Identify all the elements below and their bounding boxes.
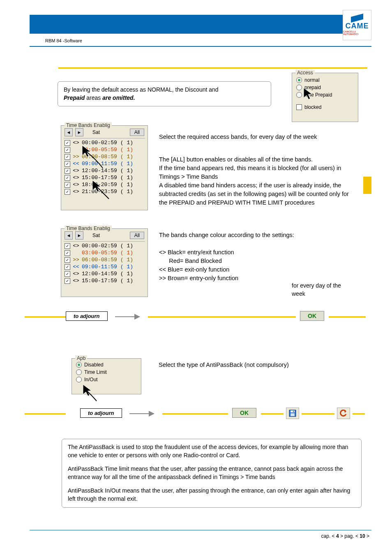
time-range: 12:00-14:59 xyxy=(82,271,117,277)
logo-text: CAME xyxy=(346,22,369,30)
footer-chapter: 4 xyxy=(336,533,339,539)
time-band-row[interactable]: ✓>>06:00-08:59 ( 1) xyxy=(61,153,148,160)
time-band-row[interactable]: ✓<>21:00-23:59 ( 1) xyxy=(61,188,148,195)
time-bands-title: Time Bands Enablig xyxy=(65,122,112,128)
undo-button[interactable] xyxy=(337,408,350,419)
time-band-row[interactable]: ✓<>12:00-14:59 ( 1) xyxy=(61,167,148,174)
time-band-row[interactable]: ✓<<09:00-11:59 ( 1) xyxy=(61,263,148,270)
time-band-row[interactable]: ✓<<09:00-11:59 ( 1) xyxy=(61,160,148,167)
header-bar xyxy=(30,15,371,34)
time-band-row[interactable]: ✓03:00-05:59 ( 1) xyxy=(61,146,148,153)
doc-label: RBM 84 -Software xyxy=(45,38,82,43)
info-line1: By leaving the default access as NORMAL,… xyxy=(64,86,219,93)
time-band-row[interactable]: ✓<>00:00-02:59 ( 1) xyxy=(61,242,148,249)
side-note: for every day of the week xyxy=(292,282,341,298)
prev-day-button[interactable]: ◄ xyxy=(65,231,73,240)
time-band-row[interactable]: ✓03:00-05:59 ( 1) xyxy=(61,249,148,256)
time-band-row[interactable]: ✓>>06:00-08:59 ( 1) xyxy=(61,256,148,263)
time-band-row[interactable]: ✓<>18:00-20:59 ( 1) xyxy=(61,181,148,188)
checkbox-icon: ✓ xyxy=(65,182,70,188)
access-option-normal[interactable]: normal xyxy=(292,76,358,84)
time-band-count: ( 1) xyxy=(120,147,133,153)
apb-group-title: Apb xyxy=(75,355,87,361)
radio-icon xyxy=(76,362,82,368)
time-bands-title: Time Bands Enablig xyxy=(65,226,112,231)
apb-heading: Select the type of AntiPassBack (not com… xyxy=(159,361,344,369)
time-band-count: ( 1) xyxy=(120,264,133,270)
section-divider xyxy=(261,413,284,415)
section-divider xyxy=(148,316,296,318)
radio-icon xyxy=(296,77,302,83)
time-band-count: ( 1) xyxy=(120,250,133,256)
ok-button[interactable]: OK xyxy=(300,311,324,321)
access-option-label: prepaid xyxy=(304,85,321,90)
ok-button[interactable]: OK xyxy=(232,408,256,418)
apb-option-timelimit[interactable]: Time Limit xyxy=(72,368,141,376)
side-tab-icon xyxy=(363,177,371,194)
info-line2c: are omitted. xyxy=(102,94,135,101)
time-band-row[interactable]: ✓<>12:00-14:59 ( 1) xyxy=(61,270,148,277)
access-option-prepaid[interactable]: prepaid xyxy=(292,84,358,91)
time-band-count: ( 1) xyxy=(120,271,133,277)
next-day-button[interactable]: ► xyxy=(75,231,83,240)
time-band-count: ( 1) xyxy=(120,154,133,160)
apb-option-disabled[interactable]: Disabled xyxy=(72,361,141,368)
checkbox-icon: ✓ xyxy=(65,250,70,256)
checkbox-icon: ✓ xyxy=(65,168,70,174)
time-range: 06:00-08:59 xyxy=(82,154,117,160)
save-button[interactable] xyxy=(286,408,299,419)
section-divider xyxy=(58,67,367,69)
legend-brown: >> Brown= entry-only function xyxy=(159,274,295,283)
time-band-row[interactable]: ✓<>15:00-17:59 ( 1) xyxy=(61,277,148,284)
direction-symbol: <> xyxy=(72,243,80,249)
next-day-button[interactable]: ► xyxy=(75,128,83,136)
time-range: 03:00-05:59 xyxy=(82,250,117,256)
time-range: 00:00-02:59 xyxy=(82,243,117,249)
apb-option-label: Time Limit xyxy=(84,369,107,375)
checkbox-icon: ✓ xyxy=(65,154,70,160)
checkbox-icon: ✓ xyxy=(65,189,70,195)
info-line2a: Prepaid xyxy=(64,94,85,101)
checkbox-icon xyxy=(296,104,302,110)
radio-icon xyxy=(76,377,82,382)
direction-symbol: >> xyxy=(72,257,80,263)
timebands-detail-text: The [ALL] button enables or disables all… xyxy=(159,155,356,207)
access-option-time-prepaid[interactable]: time Prepaid xyxy=(292,91,358,99)
section-divider xyxy=(25,413,66,415)
arrow-icon xyxy=(115,316,140,317)
radio-icon xyxy=(296,85,302,90)
time-band-count: ( 1) xyxy=(120,278,133,284)
access-blocked-checkbox[interactable]: blocked xyxy=(292,104,358,111)
apb-option-inout[interactable]: In/Out xyxy=(72,376,141,383)
time-range: 03:00-05:59 xyxy=(82,147,117,153)
brand-logo: CAME CANCELLI AUTOMATICI xyxy=(343,10,371,40)
direction-symbol: << xyxy=(72,264,80,270)
adjourn-tag: to adjourn xyxy=(66,311,108,321)
time-range: 00:00-02:59 xyxy=(82,140,117,146)
svg-rect-1 xyxy=(291,410,295,412)
direction-symbol: >> xyxy=(72,154,80,160)
prev-day-button[interactable]: ◄ xyxy=(65,128,73,136)
checkbox-icon: ✓ xyxy=(65,243,70,249)
all-button[interactable]: All xyxy=(130,232,144,239)
time-band-count: ( 1) xyxy=(120,140,133,146)
time-band-count: ( 1) xyxy=(120,257,133,263)
direction-symbol: <> xyxy=(72,168,80,174)
time-band-count: ( 1) xyxy=(120,161,133,167)
time-range: 06:00-08:59 xyxy=(82,257,117,263)
section-divider xyxy=(302,413,334,415)
svg-rect-3 xyxy=(293,411,294,412)
all-button[interactable]: All xyxy=(130,129,144,136)
time-range: 21:00-23:59 xyxy=(82,189,117,195)
section-divider xyxy=(329,316,366,318)
footer-e: > xyxy=(365,533,369,539)
time-band-count: ( 1) xyxy=(120,182,133,188)
timebands-intro-text: Select the required access bands, for ev… xyxy=(159,133,348,141)
time-band-row[interactable]: ✓<>00:00-02:59 ( 1) xyxy=(61,139,148,146)
checkbox-icon: ✓ xyxy=(65,161,70,167)
access-option-label: time Prepaid xyxy=(304,92,332,98)
info-callout-apb: The AntiPassBack is used to stop the fra… xyxy=(62,439,362,508)
access-group-title: Access xyxy=(295,70,315,76)
svg-rect-2 xyxy=(291,413,295,416)
time-band-row[interactable]: ✓<>15:00-17:59 ( 1) xyxy=(61,174,148,181)
